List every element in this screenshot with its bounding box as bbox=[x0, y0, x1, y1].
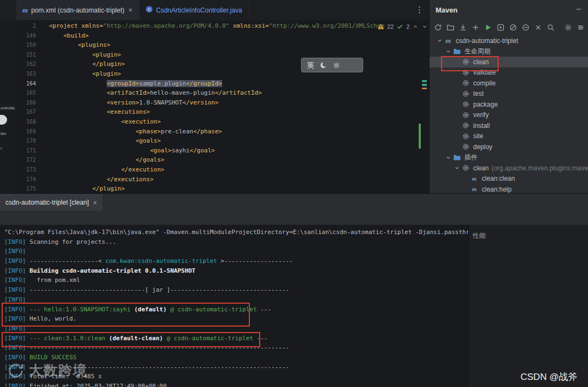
maven-tree-item[interactable]: test bbox=[430, 89, 588, 100]
gear-icon bbox=[461, 132, 470, 140]
chevron-down-icon[interactable] bbox=[444, 47, 452, 56]
editor-tabs: mpom.xml (csdn-automatic-triplet)CCsdnAr… bbox=[16, 0, 249, 20]
hide-panel-icon[interactable] bbox=[575, 5, 583, 15]
filter-icon[interactable] bbox=[574, 21, 586, 33]
console-line[interactable]: [INFO] Scanning for projects... bbox=[4, 237, 468, 247]
ime-language[interactable]: 英 bbox=[307, 60, 314, 70]
close-icon[interactable] bbox=[532, 21, 544, 33]
close-tab-icon[interactable] bbox=[128, 8, 133, 13]
run-tool-tabs: csdn-automatic-triplet [clean] bbox=[0, 193, 588, 211]
code-line[interactable]: 165 <artifactId>hello-maven-plugin</arti… bbox=[16, 88, 429, 98]
maven-tree-item[interactable]: mclean:help bbox=[430, 184, 588, 193]
refresh-icon[interactable] bbox=[432, 21, 444, 33]
maven-tree-item[interactable]: mcsdn-automatic-triplet bbox=[430, 35, 588, 46]
maven-tree-item[interactable]: 生命周期 bbox=[430, 46, 588, 57]
console-line[interactable]: [INFO] Finished at: 2025-03-28T17:49:08+… bbox=[4, 382, 468, 387]
tree-item-label: csdn-automatic-triplet bbox=[456, 37, 518, 45]
maven-tree-item[interactable]: verify bbox=[430, 110, 588, 121]
code-line[interactable]: 172 </goals> bbox=[16, 155, 429, 165]
code-line[interactable]: 162 </plugin> bbox=[16, 59, 429, 69]
code-line[interactable]: 168 <execution> bbox=[16, 117, 429, 127]
chevron-down-icon[interactable] bbox=[452, 164, 461, 172]
maven-tree-item[interactable]: validate bbox=[430, 67, 588, 78]
chevron-up-icon[interactable] bbox=[412, 23, 419, 30]
chevron-down-icon[interactable] bbox=[435, 36, 444, 45]
gear-icon bbox=[461, 121, 470, 130]
execute-goal-icon[interactable] bbox=[494, 21, 506, 33]
console-line[interactable]: [INFO] Hello, world. bbox=[4, 314, 468, 324]
console-line[interactable]: [INFO] Building csdn-automatic-triplet 0… bbox=[4, 266, 468, 276]
code-line[interactable]: 149 <build> bbox=[16, 31, 429, 41]
code-line[interactable]: 164 <groupId>sample.plugin</groupId> bbox=[16, 79, 429, 89]
code-text: <executions> bbox=[49, 107, 150, 117]
code-segment: <groupId> bbox=[107, 80, 139, 87]
code-line[interactable]: 2<project xmlns="http://maven.apache.org… bbox=[16, 21, 429, 31]
run-tab[interactable]: csdn-automatic-triplet [clean] bbox=[0, 194, 103, 211]
chevron-down-icon[interactable] bbox=[444, 153, 452, 162]
console-line[interactable]: [INFO] Total time: 0.485 s bbox=[4, 372, 468, 382]
code-line[interactable]: 166 <version>1.0-SNAPSHOT</version> bbox=[16, 98, 429, 108]
code-line[interactable]: 175 </plugin> bbox=[16, 184, 429, 193]
code-line[interactable]: 174 </executions> bbox=[16, 175, 429, 185]
search-icon[interactable] bbox=[544, 21, 556, 33]
maven-tree-item[interactable]: 插件 bbox=[430, 152, 588, 163]
line-number: 165 bbox=[16, 88, 36, 98]
console-line[interactable]: [INFO] ---------------------------------… bbox=[4, 363, 468, 372]
code-line[interactable]: 171 <goal>sayhi</goal> bbox=[16, 146, 429, 156]
line-number: 166 bbox=[16, 98, 36, 108]
tree-indent bbox=[452, 79, 461, 87]
console-output[interactable]: "C:\Program Files\Java\jdk-17\bin\java.e… bbox=[0, 225, 468, 387]
code-line[interactable]: 173 </execution> bbox=[16, 165, 429, 175]
gear-icon[interactable] bbox=[333, 62, 340, 69]
tree-item-label: 插件 bbox=[464, 153, 477, 162]
console-line[interactable]: [INFO] bbox=[4, 247, 468, 256]
maven-tree-item[interactable]: deploy bbox=[430, 142, 588, 152]
scrollbar-change-mark bbox=[419, 124, 421, 149]
add-icon[interactable] bbox=[469, 21, 481, 33]
chevron-down-icon[interactable] bbox=[421, 23, 428, 30]
settings-icon[interactable] bbox=[562, 21, 574, 33]
console-line[interactable]: "C:\Program Files\Java\jdk-17\bin\java.e… bbox=[4, 228, 468, 237]
offline-icon[interactable] bbox=[507, 21, 519, 33]
code-text: <execution> bbox=[49, 117, 161, 127]
console-line[interactable]: [INFO] ---------------------------------… bbox=[4, 343, 468, 353]
check-icon bbox=[396, 23, 403, 30]
code-line[interactable]: 151 <plugin> bbox=[16, 50, 429, 60]
maven-tree-item[interactable]: mclean:clean bbox=[430, 174, 588, 185]
sources-icon[interactable] bbox=[444, 21, 456, 33]
console-line[interactable]: [INFO] BUILD SUCCESS bbox=[4, 353, 468, 363]
console-line[interactable]: [INFO] -------------------< com.kwan:csd… bbox=[4, 256, 468, 266]
console-line[interactable]: [INFO] from pom.xml bbox=[4, 275, 468, 285]
console-line[interactable]: [INFO] --- clean:3.1.0:clean (default-cl… bbox=[4, 334, 468, 343]
maven-tree-item[interactable]: clean(org.apache.maven.plugins:maven-cle… bbox=[430, 163, 588, 174]
maven-tree-item[interactable]: install bbox=[430, 120, 588, 131]
maven-tree-item[interactable]: clean bbox=[430, 57, 588, 67]
line-number: 173 bbox=[16, 165, 36, 175]
more-options-icon[interactable]: ⋮ bbox=[415, 5, 424, 15]
console-line[interactable]: [INFO] bbox=[4, 324, 468, 334]
editor-tab[interactable]: CCsdnArticleInfoController.java bbox=[139, 0, 249, 20]
code-line[interactable]: 150 <plugins> bbox=[16, 40, 429, 50]
skip-tests-icon[interactable] bbox=[519, 21, 531, 33]
editor-tab[interactable]: mpom.xml (csdn-automatic-triplet) bbox=[16, 0, 139, 20]
code-line[interactable]: 167 <executions> bbox=[16, 107, 429, 117]
run-icon[interactable] bbox=[482, 21, 494, 33]
moon-icon[interactable] bbox=[320, 62, 327, 69]
maven-tree-item[interactable]: package bbox=[430, 99, 588, 110]
console-line[interactable]: [INFO] --- hello:1.0-SNAPSHOT:sayhi (def… bbox=[4, 305, 468, 315]
code-line[interactable]: 169 <phase>pre-clean</phase> bbox=[16, 127, 429, 137]
left-panel-handle[interactable] bbox=[0, 115, 7, 125]
ime-toolbar[interactable]: 英 bbox=[301, 58, 363, 72]
maven-tree-item[interactable]: site bbox=[430, 131, 588, 142]
console-line[interactable]: [INFO] bbox=[4, 295, 468, 305]
download-icon[interactable] bbox=[457, 21, 469, 33]
console-segment: [INFO] bbox=[4, 238, 29, 245]
code-line[interactable]: 163 <plugin> bbox=[16, 69, 429, 79]
code-line[interactable]: 170 <goals> bbox=[16, 136, 429, 146]
close-run-tab-icon[interactable] bbox=[93, 200, 97, 205]
inspections-widget[interactable]: 22 2 bbox=[377, 23, 428, 30]
editor[interactable]: 2<project xmlns="http://maven.apache.org… bbox=[16, 20, 429, 193]
code-segment bbox=[49, 166, 121, 173]
console-line[interactable]: [INFO] --------------------------------[… bbox=[4, 285, 468, 295]
maven-tree-item[interactable]: compile bbox=[430, 78, 588, 89]
